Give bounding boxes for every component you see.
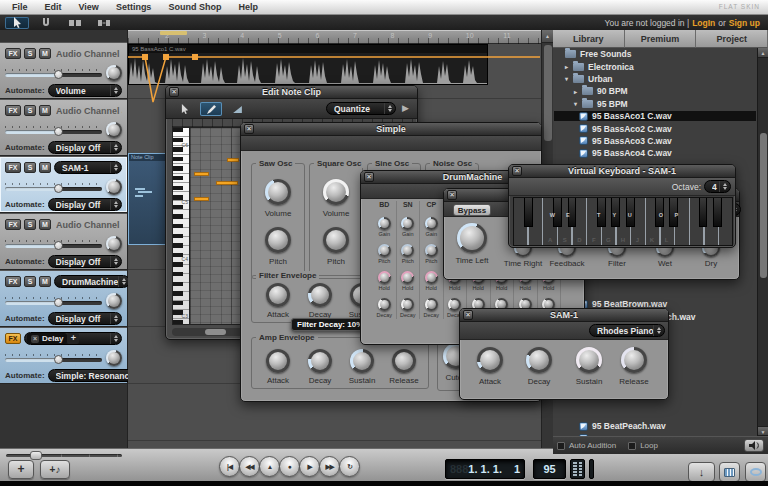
sam1-attack-knob[interactable] xyxy=(477,347,503,373)
volume-slider[interactable] xyxy=(5,240,102,248)
browser-tab[interactable]: Project xyxy=(696,30,768,48)
channel-name-dropdown[interactable]: DrumMachine xyxy=(54,275,130,288)
menu-item[interactable]: View xyxy=(79,2,99,12)
download-button[interactable]: ↓ xyxy=(688,462,715,482)
black-key[interactable] xyxy=(713,198,722,227)
amp-sustain-knob[interactable] xyxy=(350,349,374,373)
pan-knob[interactable] xyxy=(106,179,122,195)
tree-arrow-icon[interactable]: ▾ xyxy=(565,75,573,82)
solo-button[interactable]: S xyxy=(24,105,36,116)
note-select-tool[interactable] xyxy=(174,102,196,116)
signup-link[interactable]: Sign up xyxy=(729,18,760,28)
fx-button[interactable]: FX xyxy=(5,105,21,116)
note-clip[interactable]: Note Clip xyxy=(128,153,168,245)
square-pitch-knob[interactable] xyxy=(323,227,349,253)
close-icon[interactable]: × xyxy=(364,172,374,182)
amp-decay-knob[interactable] xyxy=(308,349,332,373)
drum-decay-knob[interactable] xyxy=(401,298,414,311)
mute-button[interactable]: M xyxy=(39,219,51,230)
midi-note[interactable] xyxy=(194,172,209,176)
mute-button[interactable]: M xyxy=(39,276,51,287)
bypass-button[interactable]: Bypass xyxy=(453,204,491,216)
remove-fx-icon[interactable]: × xyxy=(31,335,39,343)
mute-button[interactable]: M xyxy=(39,105,51,116)
tree-item[interactable]: 95 BeatPeach.wav xyxy=(553,420,757,432)
slider-handle[interactable] xyxy=(54,184,63,193)
join-clip-tool-button[interactable] xyxy=(92,17,116,29)
midi-note[interactable] xyxy=(216,181,238,185)
loop-checkbox[interactable] xyxy=(628,442,636,450)
tree-item[interactable]: Free Sounds xyxy=(553,48,757,60)
tempo-display[interactable]: 95 xyxy=(533,459,566,479)
browser-tab[interactable]: Premium xyxy=(625,30,697,48)
filter-attack-knob[interactable] xyxy=(266,283,290,307)
piano-roll-keys[interactable]: C6 C5 C4 C3 xyxy=(172,127,190,325)
solo-button[interactable]: S xyxy=(24,162,36,173)
drum-pitch-knob[interactable] xyxy=(401,244,414,257)
pan-knob[interactable] xyxy=(106,65,122,81)
time-left-knob[interactable] xyxy=(457,223,487,253)
pencil-tool[interactable] xyxy=(200,102,222,116)
tree-item[interactable]: 95 BassAco3 C.wav xyxy=(553,135,757,147)
scroll-up-icon[interactable]: ▲ xyxy=(542,30,553,43)
velocity-tool[interactable] xyxy=(226,102,248,116)
saw-pitch-knob[interactable] xyxy=(265,227,291,253)
transport-button[interactable]: ▲ xyxy=(259,456,280,477)
midi-note[interactable] xyxy=(194,197,209,201)
tree-item[interactable]: 95 BassAco2 C.wav xyxy=(553,122,757,134)
drum-pitch-knob[interactable] xyxy=(378,244,391,257)
drum-hold-knob[interactable] xyxy=(401,271,414,284)
pan-knob[interactable] xyxy=(106,293,122,309)
channel-strip[interactable]: FX S M Audio Channel 5 Audio Channel 5 ×… xyxy=(0,213,127,270)
transport-button[interactable]: ▶ xyxy=(299,456,320,477)
menu-item[interactable]: Help xyxy=(238,2,258,12)
piano-keyboard[interactable]: WETYUOP ASDFGHJKL xyxy=(513,197,733,246)
pan-knob[interactable] xyxy=(106,236,122,252)
close-icon[interactable]: × xyxy=(244,124,254,134)
channel-strip[interactable]: FX S M DrumMachine DrumMachine ×DrumMach… xyxy=(0,270,127,327)
scrollbar-thumb[interactable] xyxy=(760,133,767,278)
pan-knob[interactable] xyxy=(106,122,122,138)
slider-handle[interactable] xyxy=(54,355,63,364)
menu-item[interactable]: Settings xyxy=(116,2,152,12)
login-link[interactable]: LogIn xyxy=(692,18,715,28)
amp-release-knob[interactable] xyxy=(392,349,416,373)
drum-gain-knob[interactable] xyxy=(401,217,414,230)
audio-clip[interactable]: 95 BassAco1 C.wav xyxy=(128,44,488,85)
fx-button[interactable]: FX xyxy=(5,162,21,173)
channel-strip[interactable]: FX S M Delay Delay ×Delay + xyxy=(0,327,127,384)
menu-item[interactable]: Sound Shop xyxy=(168,2,221,12)
window-title-bar[interactable]: × Edit Note Clip xyxy=(166,86,417,99)
automate-dropdown[interactable]: Display Off xyxy=(48,312,122,325)
drum-gain-knob[interactable] xyxy=(378,217,391,230)
transport-button[interactable]: ▶▶ xyxy=(319,456,340,477)
loop-region-marker[interactable] xyxy=(160,31,187,35)
fx-button[interactable]: FX xyxy=(5,333,21,344)
sam1-sustain-knob[interactable] xyxy=(576,347,602,373)
tree-item[interactable]: 95 BassAco1 C.wav xyxy=(553,110,757,122)
close-icon[interactable]: × xyxy=(169,87,179,97)
scrollbar-thumb[interactable] xyxy=(205,329,226,335)
close-icon[interactable]: × xyxy=(512,166,522,176)
solo-button[interactable]: S xyxy=(24,48,36,59)
volume-slider[interactable] xyxy=(5,183,102,191)
sam1-decay-knob[interactable] xyxy=(526,347,552,373)
fx-chip[interactable]: ×Delay xyxy=(27,333,67,344)
select-tool-button[interactable] xyxy=(5,17,29,29)
loop-browser-button[interactable] xyxy=(745,462,766,482)
sam1-preset-dropdown[interactable]: Rhodes Piano xyxy=(589,324,665,337)
quantize-dropdown[interactable]: Quantize xyxy=(326,102,396,115)
transport-button[interactable]: ◀◀ xyxy=(239,456,260,477)
black-key[interactable] xyxy=(699,198,708,227)
add-instrument-channel-button[interactable]: +♪ xyxy=(40,460,70,479)
tree-item[interactable]: ▾ 95 BPM xyxy=(553,98,757,110)
octave-dropdown[interactable]: 4 xyxy=(704,180,731,193)
automate-dropdown[interactable]: Display Off xyxy=(48,198,122,211)
scroll-up-icon[interactable]: ▲ xyxy=(758,48,768,58)
fx-button[interactable]: FX xyxy=(5,219,21,230)
drum-decay-knob[interactable] xyxy=(425,298,438,311)
mute-button[interactable]: M xyxy=(39,162,51,173)
browser-scrollbar[interactable]: ▲ ▼ xyxy=(757,48,768,436)
slider-handle[interactable] xyxy=(54,70,63,79)
fx-button[interactable]: FX xyxy=(5,276,21,287)
